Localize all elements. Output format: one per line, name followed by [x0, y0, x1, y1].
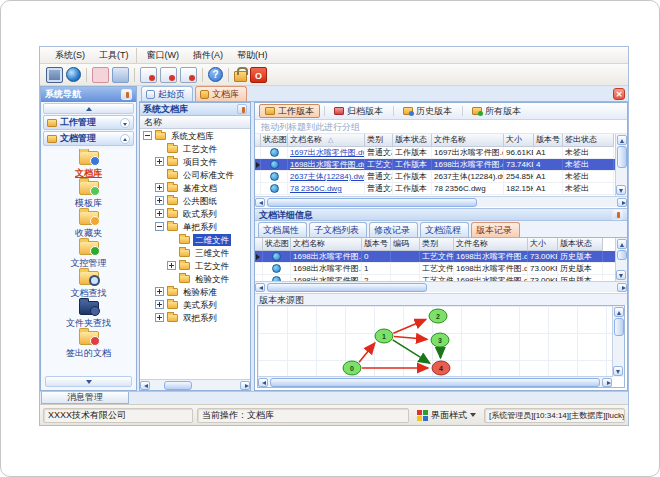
globe-icon[interactable] — [66, 67, 81, 82]
sidebar-scroll-down-icon[interactable] — [45, 376, 132, 387]
close-icon[interactable]: ✕ — [613, 88, 625, 100]
help-icon[interactable]: ? — [208, 67, 223, 82]
sidebar-item[interactable]: 收藏夹 — [42, 209, 135, 239]
menu-item[interactable]: 系统(S) — [48, 48, 92, 63]
details-tab[interactable]: 文档属性 — [258, 222, 307, 237]
column-header[interactable]: 文档名称 — [291, 238, 362, 251]
table-row[interactable]: 1698出水嘴零件图.dwg 0 工艺文件 1698出水嘴零件图.dwg 73.… — [255, 251, 615, 263]
column-header[interactable]: 版本状态 — [393, 134, 432, 147]
table-row[interactable]: 2637主体(12284).dwg 普通文档 工作版本 2637主体(12284… — [255, 171, 615, 183]
tree-expander-icon[interactable] — [155, 300, 164, 309]
scroll-down-icon[interactable] — [613, 366, 623, 376]
scroll-right-icon[interactable] — [602, 378, 612, 387]
group-by-hint[interactable]: 拖动列标题到此进行分组 — [255, 120, 627, 134]
sidebar-item[interactable]: 文档查找 — [42, 269, 135, 299]
tree-node[interactable]: 单把系列 — [140, 220, 250, 233]
column-header[interactable]: 大小 — [504, 134, 534, 147]
tree-expander-icon[interactable] — [143, 131, 152, 140]
table1-vertical-scrollbar[interactable] — [615, 134, 627, 196]
column-header[interactable]: 文件名称 — [432, 134, 504, 147]
menu-item[interactable]: 工具(T) — [92, 48, 137, 63]
monitor-icon[interactable] — [46, 67, 63, 83]
lock-icon[interactable] — [234, 71, 247, 82]
scrollbar-thumb[interactable] — [617, 250, 627, 260]
version-filter-button[interactable]: 归档版本 — [328, 104, 389, 118]
scroll-left-icon[interactable] — [258, 378, 268, 387]
pin-icon[interactable] — [237, 104, 247, 114]
sidebar-item[interactable]: 模板库 — [42, 179, 135, 209]
graph-vertical-scrollbar[interactable] — [612, 306, 624, 377]
tree-node[interactable]: 项目文件 — [140, 155, 250, 168]
tree-expander-icon[interactable] — [155, 313, 164, 322]
tree-node[interactable]: 工艺文件 — [140, 142, 250, 155]
scrollbar-thumb[interactable] — [267, 198, 477, 207]
scroll-down-icon[interactable] — [616, 185, 626, 195]
window-layout-icon[interactable] — [112, 67, 129, 83]
tree-node[interactable]: 基准文档 — [140, 181, 250, 194]
doc-name-link[interactable]: 1697出水嘴零件图.dwg — [288, 147, 365, 158]
table-row[interactable]: 78 2356C.dwg 普通文档 工作版本 78 2356C.dwg 182.… — [255, 183, 615, 195]
document-tab[interactable]: 起始页 — [141, 86, 193, 101]
chevron-up-icon[interactable] — [120, 134, 130, 144]
scroll-up-icon[interactable] — [617, 239, 627, 249]
menu-item[interactable]: 插件(A) — [186, 48, 230, 63]
doc-name-link[interactable]: 78 2356C.dwg — [288, 183, 365, 194]
pin-icon[interactable] — [612, 209, 623, 220]
doc-name-link[interactable]: 1698出水嘴零件图.dwg — [288, 159, 365, 170]
sidebar-scroll-up-icon[interactable] — [43, 103, 134, 114]
table-row[interactable]: 1698出水嘴零件图.dwg 1 工艺文件 1698出水嘴零件图.dwg 73.… — [255, 263, 615, 275]
scrollbar-thumb[interactable] — [267, 283, 427, 292]
toolbar-separator[interactable] — [134, 68, 135, 82]
doc-name-link[interactable]: 2637主体(12284).dwg — [288, 171, 365, 182]
tree-node[interactable]: 公共图纸 — [140, 194, 250, 207]
scrollbar-thumb[interactable] — [617, 146, 627, 168]
details-tab[interactable]: 文档流程 — [420, 222, 469, 237]
version-filter-button[interactable]: 历史版本 — [397, 104, 458, 118]
document-tab[interactable]: 文档库 — [195, 86, 247, 101]
tree-node[interactable]: 二维文件 — [140, 233, 250, 246]
tree-node[interactable]: 三维文件 — [140, 246, 250, 259]
tree-node[interactable]: 检验文件 — [140, 272, 250, 285]
column-header[interactable]: 版本号 — [362, 238, 391, 251]
tree-node[interactable]: 检验标准 — [140, 285, 250, 298]
delete-document-icon[interactable] — [180, 67, 197, 83]
tree-node[interactable]: 双把系列 — [140, 311, 250, 324]
tree-expander-icon[interactable] — [155, 157, 164, 166]
column-header[interactable]: 版本状态 — [558, 238, 603, 251]
details-tab[interactable]: 子文档列表 — [309, 222, 367, 237]
chevron-down-icon[interactable] — [120, 118, 130, 128]
column-header[interactable]: 状态图 — [263, 238, 291, 251]
table2-vertical-scrollbar[interactable] — [615, 238, 627, 281]
table1-horizontal-scrollbar[interactable] — [255, 196, 627, 207]
table-row[interactable]: 1698出水嘴零件图.dwg 工艺文件 工作版本 1698出水嘴零件图.dwg … — [255, 159, 615, 171]
scroll-right-icon[interactable] — [240, 381, 250, 390]
interface-style-button[interactable]: 界面样式 — [413, 408, 480, 423]
scrollbar-thumb[interactable] — [614, 318, 624, 336]
send-document-icon[interactable] — [140, 67, 157, 83]
sidebar-group-document[interactable]: 文档管理 — [43, 131, 134, 146]
message-management-tab[interactable]: 消息管理 — [41, 392, 129, 404]
version-graph-canvas[interactable]: 01234 — [258, 306, 612, 377]
receive-document-icon[interactable] — [160, 67, 177, 83]
column-header[interactable]: 文档名称△ — [288, 134, 365, 147]
column-header[interactable]: 签出状态 — [563, 134, 614, 147]
scroll-right-icon[interactable] — [617, 198, 627, 207]
logout-icon[interactable]: O — [250, 67, 267, 83]
toolbar-separator[interactable] — [228, 68, 229, 82]
scrollbar-thumb[interactable] — [270, 378, 600, 387]
folder-window-icon[interactable] — [92, 67, 109, 83]
menu-item[interactable]: 窗口(W) — [140, 48, 187, 63]
table-row[interactable]: 1697出水嘴零件图.dwg 普通文档 工作版本 1697出水嘴零件图.dwg … — [255, 147, 615, 159]
tree-expander-icon[interactable] — [155, 196, 164, 205]
sidebar-group-work[interactable]: 工作管理 — [43, 115, 134, 130]
scroll-down-icon[interactable] — [616, 270, 626, 280]
tree-node[interactable]: 系统文档库 — [140, 129, 250, 142]
column-header[interactable]: 文件名称 — [454, 238, 528, 251]
tree-expander-icon[interactable] — [155, 183, 164, 192]
details-tab[interactable]: 版本记录 — [471, 222, 520, 237]
graph-horizontal-scrollbar[interactable] — [258, 376, 612, 387]
tree-expander-icon[interactable] — [167, 261, 176, 270]
tree-node[interactable]: 美式系列 — [140, 298, 250, 311]
column-header[interactable]: 编码 — [391, 238, 420, 251]
column-header[interactable]: 大小 — [528, 238, 558, 251]
